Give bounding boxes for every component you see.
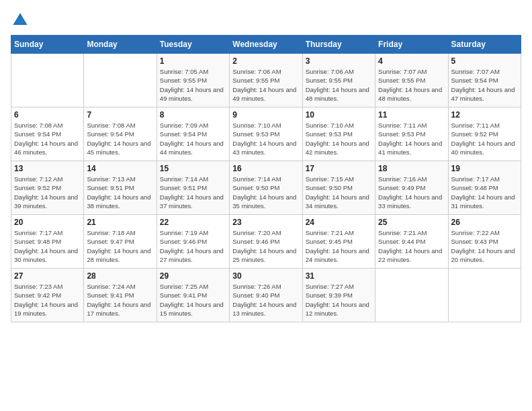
day-info: Sunrise: 7:22 AMSunset: 9:43 PMDaylight:…	[451, 228, 518, 264]
day-info: Sunrise: 7:05 AMSunset: 9:55 PMDaylight:…	[160, 67, 226, 103]
day-info: Sunrise: 7:07 AMSunset: 9:54 PMDaylight:…	[451, 67, 518, 103]
day-info: Sunrise: 7:11 AMSunset: 9:52 PMDaylight:…	[451, 121, 518, 156]
day-number: 10	[306, 110, 372, 120]
day-number: 2	[232, 56, 299, 66]
calendar-cell: 16Sunrise: 7:14 AMSunset: 9:50 PMDayligh…	[230, 161, 302, 215]
day-info: Sunrise: 7:17 AMSunset: 9:48 PMDaylight:…	[451, 175, 518, 210]
day-number: 7	[87, 110, 153, 120]
calendar-cell	[84, 54, 157, 107]
day-info: Sunrise: 7:24 AMSunset: 9:41 PMDaylight:…	[87, 282, 153, 318]
column-header-saturday: Saturday	[448, 36, 521, 54]
calendar-cell: 11Sunrise: 7:11 AMSunset: 9:53 PMDayligh…	[375, 107, 448, 161]
day-info: Sunrise: 7:15 AMSunset: 9:50 PMDaylight:…	[306, 175, 372, 210]
calendar-header-row: SundayMondayTuesdayWednesdayThursdayFrid…	[11, 36, 521, 54]
day-number: 1	[160, 56, 226, 66]
calendar-cell	[11, 54, 84, 107]
day-info: Sunrise: 7:14 AMSunset: 9:51 PMDaylight:…	[160, 175, 226, 210]
day-info: Sunrise: 7:06 AMSunset: 9:55 PMDaylight:…	[232, 67, 299, 103]
calendar-cell: 19Sunrise: 7:17 AMSunset: 9:48 PMDayligh…	[448, 161, 521, 215]
day-info: Sunrise: 7:26 AMSunset: 9:40 PMDaylight:…	[232, 282, 299, 318]
calendar-cell: 6Sunrise: 7:08 AMSunset: 9:54 PMDaylight…	[11, 107, 84, 161]
calendar-cell: 10Sunrise: 7:10 AMSunset: 9:53 PMDayligh…	[302, 107, 375, 161]
day-info: Sunrise: 7:06 AMSunset: 9:55 PMDaylight:…	[306, 67, 372, 103]
day-number: 28	[87, 271, 153, 281]
day-number: 9	[232, 110, 299, 120]
day-info: Sunrise: 7:09 AMSunset: 9:54 PMDaylight:…	[160, 121, 226, 156]
day-info: Sunrise: 7:07 AMSunset: 9:55 PMDaylight:…	[378, 67, 445, 103]
day-info: Sunrise: 7:16 AMSunset: 9:49 PMDaylight:…	[378, 175, 445, 210]
day-number: 13	[14, 164, 81, 173]
calendar-cell: 14Sunrise: 7:13 AMSunset: 9:51 PMDayligh…	[84, 161, 157, 215]
day-info: Sunrise: 7:18 AMSunset: 9:47 PMDaylight:…	[87, 228, 153, 264]
column-header-sunday: Sunday	[11, 36, 84, 54]
day-number: 3	[306, 56, 372, 66]
day-number: 26	[451, 218, 518, 227]
day-info: Sunrise: 7:12 AMSunset: 9:52 PMDaylight:…	[14, 175, 81, 210]
day-number: 5	[451, 56, 518, 66]
calendar-table: SundayMondayTuesdayWednesdayThursdayFrid…	[11, 35, 521, 322]
day-info: Sunrise: 7:27 AMSunset: 9:39 PMDaylight:…	[306, 282, 372, 318]
page-header	[11, 11, 521, 30]
calendar-cell: 5Sunrise: 7:07 AMSunset: 9:54 PMDaylight…	[448, 54, 521, 107]
calendar-cell: 15Sunrise: 7:14 AMSunset: 9:51 PMDayligh…	[157, 161, 229, 215]
calendar-week-row: 20Sunrise: 7:17 AMSunset: 9:48 PMDayligh…	[11, 215, 521, 269]
day-number: 31	[306, 271, 372, 281]
day-info: Sunrise: 7:14 AMSunset: 9:50 PMDaylight:…	[232, 175, 299, 210]
day-number: 16	[232, 164, 299, 173]
calendar-cell: 7Sunrise: 7:08 AMSunset: 9:54 PMDaylight…	[84, 107, 157, 161]
calendar-week-row: 1Sunrise: 7:05 AMSunset: 9:55 PMDaylight…	[11, 54, 521, 107]
day-info: Sunrise: 7:13 AMSunset: 9:51 PMDaylight:…	[87, 175, 153, 210]
calendar-cell: 22Sunrise: 7:19 AMSunset: 9:46 PMDayligh…	[157, 215, 229, 269]
calendar-cell: 8Sunrise: 7:09 AMSunset: 9:54 PMDaylight…	[157, 107, 229, 161]
calendar-cell: 27Sunrise: 7:23 AMSunset: 9:42 PMDayligh…	[11, 269, 84, 322]
calendar-cell: 28Sunrise: 7:24 AMSunset: 9:41 PMDayligh…	[84, 269, 157, 322]
day-info: Sunrise: 7:23 AMSunset: 9:42 PMDaylight:…	[14, 282, 81, 318]
column-header-tuesday: Tuesday	[157, 36, 229, 54]
calendar-cell: 3Sunrise: 7:06 AMSunset: 9:55 PMDaylight…	[302, 54, 375, 107]
day-info: Sunrise: 7:10 AMSunset: 9:53 PMDaylight:…	[306, 121, 372, 156]
day-info: Sunrise: 7:08 AMSunset: 9:54 PMDaylight:…	[87, 121, 153, 156]
calendar-cell: 17Sunrise: 7:15 AMSunset: 9:50 PMDayligh…	[302, 161, 375, 215]
day-info: Sunrise: 7:17 AMSunset: 9:48 PMDaylight:…	[14, 228, 81, 264]
day-number: 14	[87, 164, 153, 173]
calendar-cell: 1Sunrise: 7:05 AMSunset: 9:55 PMDaylight…	[157, 54, 229, 107]
day-number: 8	[160, 110, 226, 120]
day-number: 27	[14, 271, 81, 281]
day-number: 4	[378, 56, 445, 66]
calendar-week-row: 6Sunrise: 7:08 AMSunset: 9:54 PMDaylight…	[11, 107, 521, 161]
calendar-cell	[448, 269, 521, 322]
day-info: Sunrise: 7:21 AMSunset: 9:44 PMDaylight:…	[378, 228, 445, 264]
calendar-cell: 26Sunrise: 7:22 AMSunset: 9:43 PMDayligh…	[448, 215, 521, 269]
day-number: 29	[160, 271, 226, 281]
day-number: 21	[87, 218, 153, 227]
day-number: 6	[14, 110, 81, 120]
day-number: 19	[451, 164, 518, 173]
day-number: 23	[232, 218, 299, 227]
day-number: 30	[232, 271, 299, 281]
calendar-cell: 9Sunrise: 7:10 AMSunset: 9:53 PMDaylight…	[230, 107, 302, 161]
day-number: 20	[14, 218, 81, 227]
calendar-cell: 4Sunrise: 7:07 AMSunset: 9:55 PMDaylight…	[375, 54, 448, 107]
day-info: Sunrise: 7:19 AMSunset: 9:46 PMDaylight:…	[160, 228, 226, 264]
day-info: Sunrise: 7:21 AMSunset: 9:45 PMDaylight:…	[306, 228, 372, 264]
day-number: 25	[378, 218, 445, 227]
column-header-thursday: Thursday	[302, 36, 375, 54]
column-header-friday: Friday	[375, 36, 448, 54]
column-header-monday: Monday	[84, 36, 157, 54]
logo	[11, 11, 32, 30]
day-number: 22	[160, 218, 226, 227]
calendar-week-row: 13Sunrise: 7:12 AMSunset: 9:52 PMDayligh…	[11, 161, 521, 215]
logo-icon	[11, 11, 30, 30]
calendar-cell: 13Sunrise: 7:12 AMSunset: 9:52 PMDayligh…	[11, 161, 84, 215]
calendar-cell: 2Sunrise: 7:06 AMSunset: 9:55 PMDaylight…	[230, 54, 302, 107]
calendar-cell: 31Sunrise: 7:27 AMSunset: 9:39 PMDayligh…	[302, 269, 375, 322]
day-info: Sunrise: 7:11 AMSunset: 9:53 PMDaylight:…	[378, 121, 445, 156]
day-number: 15	[160, 164, 226, 173]
calendar-week-row: 27Sunrise: 7:23 AMSunset: 9:42 PMDayligh…	[11, 269, 521, 322]
calendar-cell: 29Sunrise: 7:25 AMSunset: 9:41 PMDayligh…	[157, 269, 229, 322]
calendar-cell: 18Sunrise: 7:16 AMSunset: 9:49 PMDayligh…	[375, 161, 448, 215]
calendar-cell: 24Sunrise: 7:21 AMSunset: 9:45 PMDayligh…	[302, 215, 375, 269]
day-info: Sunrise: 7:20 AMSunset: 9:46 PMDaylight:…	[232, 228, 299, 264]
calendar-cell: 25Sunrise: 7:21 AMSunset: 9:44 PMDayligh…	[375, 215, 448, 269]
day-info: Sunrise: 7:08 AMSunset: 9:54 PMDaylight:…	[14, 121, 81, 156]
